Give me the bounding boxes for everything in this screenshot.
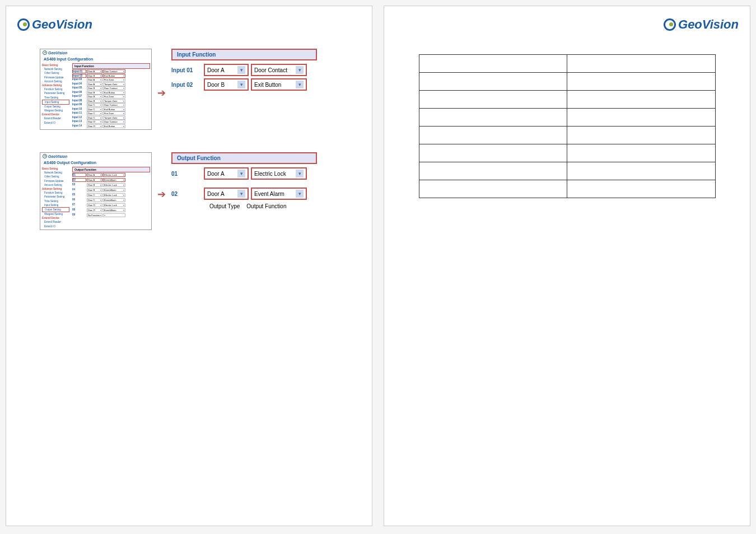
function-select[interactable]: Electric Lock▾	[251, 167, 307, 180]
logo-header-right: GeoVision	[395, 17, 739, 32]
output-enlarged: Output Function 01 Door A▾ Electric Lock…	[171, 152, 317, 209]
door-select[interactable]: Door C▾	[87, 103, 102, 107]
output-mini-table: Output Function 01 Door A▾ Electric Lock…	[71, 166, 151, 229]
logo-eye-icon	[17, 18, 30, 31]
door-select[interactable]: Door C▾	[87, 107, 102, 111]
door-select[interactable]: Door C▾	[87, 116, 102, 120]
table-row: Input 10 Door C▾ Exit Button▾	[72, 107, 150, 111]
input-enlarged: Input Function Input 01 Door A▾ Door Con…	[171, 49, 317, 93]
function-select[interactable]: Exit Button▾	[251, 78, 307, 91]
door-select[interactable]: Door A▾	[204, 188, 249, 200]
page-left: GeoVision GeoVision AS400 Input Configur…	[6, 6, 372, 526]
function-select[interactable]: Door Contact▾	[251, 64, 307, 76]
door-select[interactable]: Door D▾	[87, 203, 102, 207]
function-select[interactable]: Fire Zone▾	[103, 95, 125, 99]
mini-sidebar: Basic Setting Network Setting Other Sett…	[40, 166, 71, 229]
door-select[interactable]: Door B▾	[87, 74, 102, 78]
table-row: Input 04 Door A▾ Tamper Zone▾	[72, 82, 150, 86]
table-row: Input 09 Door C▾ Door Contact▾	[72, 103, 150, 107]
function-select[interactable]: Electric Lock▾	[103, 203, 125, 207]
function-select[interactable]: Tamper Zone▾	[103, 99, 125, 103]
door-select[interactable]: Door D▾	[87, 208, 102, 212]
table-row: Input 14 Door D▾ Exit Button▾	[72, 124, 150, 128]
table-row: Input 06 Door B▾ Exit Button▾	[72, 91, 150, 95]
function-select[interactable]: Fire Zone▾	[103, 111, 125, 115]
table-row: Input 03 Door A▾ Fire Zone▾	[72, 78, 150, 82]
brand-text: GeoVision	[678, 17, 739, 32]
table-row: 05 Door C▾ Electric Lock▾	[72, 193, 150, 197]
function-select[interactable]: Electric Lock▾	[103, 173, 125, 177]
table-row: Input 07 Door B▾ Fire Zone▾	[72, 95, 150, 99]
door-select[interactable]: Door D▾	[87, 120, 102, 124]
function-select[interactable]: Event Alarm▾	[103, 188, 125, 192]
function-select[interactable]: Exit Button▾	[103, 74, 125, 78]
chevron-down-icon: ▾	[237, 66, 245, 74]
door-select[interactable]: No Function▾	[87, 213, 102, 217]
table-row: Input 02 Door B▾ Exit Button▾	[72, 74, 150, 78]
door-select[interactable]: Door D▾	[87, 124, 102, 128]
function-select[interactable]: Event Alarm▾	[103, 198, 125, 202]
mini-logo-eye-icon	[43, 154, 47, 158]
mini-logo-eye-icon	[43, 50, 47, 55]
chevron-down-icon: ▾	[296, 81, 304, 88]
function-select[interactable]: Exit Button▾	[103, 107, 125, 111]
input-mini-title: AS400 Input Configuration	[40, 56, 151, 62]
table-row: Input 08 Door B▾ Tamper Zone▾	[72, 99, 150, 103]
door-select[interactable]: Door A▾	[204, 167, 249, 180]
function-select[interactable]: Event Alarm▾	[103, 208, 125, 212]
function-select[interactable]: Electric Lock▾	[103, 193, 125, 197]
table-row: 09 No Function▾ ▾	[72, 213, 150, 217]
door-select[interactable]: Door B▾	[87, 86, 102, 90]
door-select[interactable]: Door B▾	[87, 188, 102, 192]
caption-output-function: Output Function	[246, 203, 286, 209]
function-select[interactable]: Door Contact▾	[103, 103, 125, 107]
door-select[interactable]: Door B▾	[87, 99, 102, 103]
output-mini-title: AS400 Output Configuration	[40, 160, 151, 166]
door-select[interactable]: Door B▾	[87, 95, 102, 99]
function-select[interactable]: Tamper Zone▾	[103, 116, 125, 120]
door-select[interactable]: Door A▾	[87, 78, 102, 82]
function-select[interactable]: Exit Button▾	[103, 91, 125, 95]
door-select[interactable]: Door A▾	[87, 69, 102, 73]
function-select[interactable]: Door Contact▾	[103, 69, 125, 73]
door-select[interactable]: Door C▾	[87, 111, 102, 115]
page-right: GeoVision	[384, 6, 750, 526]
output-mini-app: GeoVision AS400 Output Configuration Bas…	[40, 152, 152, 230]
door-select[interactable]: Door A▾	[87, 173, 102, 177]
function-select[interactable]: ▾	[103, 213, 125, 217]
chevron-down-icon: ▾	[296, 190, 304, 198]
table-row: 06 Door C▾ Event Alarm▾	[72, 198, 150, 202]
table-row: Input 05 Door B▾ Door Contact▾	[72, 86, 150, 90]
door-select[interactable]: Door A▾	[204, 64, 249, 76]
function-select[interactable]: Door Contact▾	[103, 120, 125, 124]
chevron-down-icon: ▾	[237, 170, 245, 177]
table-row: 07 Door D▾ Electric Lock▾	[72, 203, 150, 207]
brand-text: GeoVision	[32, 17, 92, 32]
blank-table	[419, 54, 716, 198]
door-select[interactable]: Door C▾	[87, 193, 102, 197]
door-select[interactable]: Door A▾	[87, 82, 102, 86]
mini-brand: GeoVision	[48, 154, 67, 158]
function-select[interactable]: Electric Lock▾	[103, 183, 125, 187]
chevron-down-icon: ▾	[296, 66, 304, 74]
door-select[interactable]: Door C▾	[87, 198, 102, 202]
arrow-icon: ➔	[157, 188, 166, 200]
chevron-down-icon: ▾	[237, 190, 245, 198]
door-select[interactable]: Door A▾	[87, 178, 102, 182]
logo-header: GeoVision	[17, 17, 361, 32]
function-select[interactable]: Event Alarm▾	[103, 178, 125, 182]
table-row: Input 11 Door C▾ Fire Zone▾	[72, 111, 150, 115]
chevron-down-icon: ▾	[296, 170, 304, 177]
table-row: Input 01 Door A▾ Door Contact▾	[72, 69, 150, 73]
function-select[interactable]: Exit Button▾	[103, 124, 125, 128]
output-block: GeoVision AS400 Output Configuration Bas…	[40, 152, 361, 230]
door-select[interactable]: Door B▾	[87, 183, 102, 187]
input-block: GeoVision AS400 Input Configuration Basi…	[40, 49, 361, 130]
door-select[interactable]: Door B▾	[87, 91, 102, 95]
door-select[interactable]: Door B▾	[204, 78, 249, 91]
function-select[interactable]: Door Contact▾	[103, 86, 125, 90]
function-select[interactable]: Tamper Zone▾	[103, 82, 125, 86]
function-select[interactable]: Event Alarm▾	[251, 188, 307, 200]
function-select[interactable]: Fire Zone▾	[103, 78, 125, 82]
table-row: 08 Door D▾ Event Alarm▾	[72, 208, 150, 212]
